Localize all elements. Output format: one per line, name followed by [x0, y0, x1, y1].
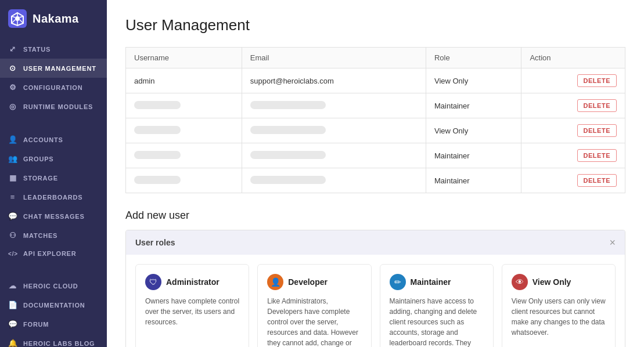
sidebar-item-storage[interactable]: ▦ Storage: [0, 168, 107, 187]
add-user-title: Add new user: [125, 209, 625, 222]
page-title: User Management: [125, 16, 625, 34]
role-card-developer[interactable]: 👤 Developer Like Administrators, Develop…: [257, 264, 371, 347]
cell-role: Maintainer: [426, 93, 521, 118]
role-name: View Only: [533, 277, 571, 287]
delete-button[interactable]: DELETE: [577, 99, 617, 112]
api-icon: </>: [8, 251, 17, 257]
roles-grid: 🛡 Administrator Owners have complete con…: [126, 255, 625, 347]
skeleton-username: [134, 176, 181, 184]
cell-email: [242, 93, 426, 118]
sidebar-top-section: ⤢ Status ⊙ User Management ⚙ Configurati…: [0, 37, 107, 118]
main-content: User Management Username Email Role Acti…: [107, 0, 644, 347]
skeleton-username: [134, 101, 181, 109]
matches-icon: ⚇: [8, 231, 17, 240]
sidebar-item-accounts[interactable]: 👤 Accounts: [0, 130, 107, 149]
user-management-icon: ⊙: [8, 64, 17, 73]
role-description: Like Administrators, Developers have com…: [267, 296, 361, 347]
svg-point-2: [15, 16, 20, 21]
col-header-role: Role: [426, 48, 521, 68]
forum-icon: 💬: [8, 320, 17, 328]
cell-username: [126, 168, 242, 193]
close-icon[interactable]: ×: [609, 237, 616, 248]
role-card-header: 👤 Developer: [267, 274, 361, 290]
table-row: MaintainerDELETE: [126, 143, 625, 168]
cell-username: admin: [126, 68, 242, 93]
leaderboards-icon: ≡: [8, 193, 17, 201]
sidebar-item-label: Heroic Labs Blog: [23, 340, 95, 347]
table-row: adminsupport@heroiclabs.comView OnlyDELE…: [126, 68, 625, 93]
role-icon-developer: 👤: [267, 274, 283, 290]
cell-role: View Only: [426, 68, 521, 93]
role-description: Owners have complete control over the se…: [145, 296, 239, 327]
cell-username: [126, 143, 242, 168]
table-row: View OnlyDELETE: [126, 118, 625, 143]
delete-button[interactable]: DELETE: [577, 174, 617, 187]
sidebar-mid-section: 👤 Accounts 👥 Groups ▦ Storage ≡ Leaderbo…: [0, 128, 107, 265]
cell-action: DELETE: [521, 118, 625, 143]
sidebar-item-label: Configuration: [23, 84, 82, 91]
user-roles-title: User roles: [135, 238, 175, 247]
table-row: MaintainerDELETE: [126, 93, 625, 118]
sidebar-item-api-explorer[interactable]: </> API Explorer: [0, 245, 107, 262]
sidebar: Nakama ⤢ Status ⊙ User Management ⚙ Conf…: [0, 0, 107, 347]
col-header-email: Email: [242, 48, 426, 68]
sidebar-item-label: Forum: [23, 321, 49, 328]
sidebar-item-label: Storage: [23, 175, 58, 182]
cell-role: View Only: [426, 118, 521, 143]
sidebar-item-user-management[interactable]: ⊙ User Management: [0, 59, 107, 78]
user-table: Username Email Role Action adminsupport@…: [125, 47, 625, 193]
groups-icon: 👥: [8, 154, 17, 163]
cell-email: [242, 168, 426, 193]
role-card-header: 👁 View Only: [512, 274, 606, 290]
delete-button[interactable]: DELETE: [577, 74, 617, 87]
cell-username: [126, 93, 242, 118]
table-row: MaintainerDELETE: [126, 168, 625, 193]
cell-email: [242, 118, 426, 143]
sidebar-item-label: Heroic Cloud: [23, 283, 78, 290]
role-card-maintainer[interactable]: ✏ Maintainer Maintainers have access to …: [380, 264, 494, 347]
user-roles-card: User roles × 🛡 Administrator Owners have…: [125, 230, 625, 347]
skeleton-email: [250, 126, 326, 134]
skeleton-email: [250, 101, 326, 109]
role-icon-viewonly: 👁: [512, 274, 528, 290]
cell-email: support@heroiclabs.com: [242, 68, 426, 93]
role-card-view-only[interactable]: 👁 View Only View Only users can only vie…: [502, 264, 616, 347]
cell-role: Maintainer: [426, 143, 521, 168]
sidebar-item-status[interactable]: ⤢ Status: [0, 39, 107, 59]
sidebar-item-label: Groups: [23, 156, 53, 162]
status-icon: ⤢: [8, 45, 17, 53]
skeleton-username: [134, 126, 181, 134]
sidebar-item-forum[interactable]: 💬 Forum: [0, 315, 107, 334]
sidebar-item-label: Documentation: [23, 302, 85, 309]
sidebar-item-chat-messages[interactable]: 💬 Chat Messages: [0, 207, 107, 226]
sidebar-item-runtime-modules[interactable]: ◎ Runtime Modules: [0, 97, 107, 116]
skeleton-email: [250, 176, 326, 184]
role-card-header: 🛡 Administrator: [145, 274, 239, 290]
sidebar-item-heroic-labs-blog[interactable]: 🔔 Heroic Labs Blog: [0, 334, 107, 347]
role-name: Administrator: [166, 277, 220, 287]
sidebar-item-matches[interactable]: ⚇ Matches: [0, 226, 107, 245]
role-description: View Only users can only view client res…: [512, 296, 606, 338]
delete-button[interactable]: DELETE: [577, 124, 617, 137]
sidebar-item-label: User Management: [23, 65, 96, 72]
role-name: Maintainer: [411, 277, 451, 287]
role-card-administrator[interactable]: 🛡 Administrator Owners have complete con…: [135, 264, 249, 347]
sidebar-item-leaderboards[interactable]: ≡ Leaderboards: [0, 187, 107, 207]
sidebar-item-label: Matches: [23, 232, 57, 239]
skeleton-username: [134, 151, 181, 159]
role-card-header: ✏ Maintainer: [390, 274, 484, 290]
sidebar-item-configuration[interactable]: ⚙ Configuration: [0, 78, 107, 97]
chat-icon: 💬: [8, 212, 17, 221]
cell-role: Maintainer: [426, 168, 521, 193]
runtime-icon: ◎: [8, 102, 17, 111]
sidebar-item-heroic-cloud[interactable]: ☁ Heroic Cloud: [0, 276, 107, 295]
heroic-cloud-icon: ☁: [8, 281, 17, 290]
sidebar-item-groups[interactable]: 👥 Groups: [0, 149, 107, 168]
skeleton-email: [250, 151, 326, 159]
sidebar-item-documentation[interactable]: 📄 Documentation: [0, 295, 107, 315]
cell-username: [126, 118, 242, 143]
user-roles-header: User roles ×: [126, 230, 625, 255]
blog-icon: 🔔: [8, 339, 17, 347]
delete-button[interactable]: DELETE: [577, 149, 617, 162]
configuration-icon: ⚙: [8, 83, 17, 92]
